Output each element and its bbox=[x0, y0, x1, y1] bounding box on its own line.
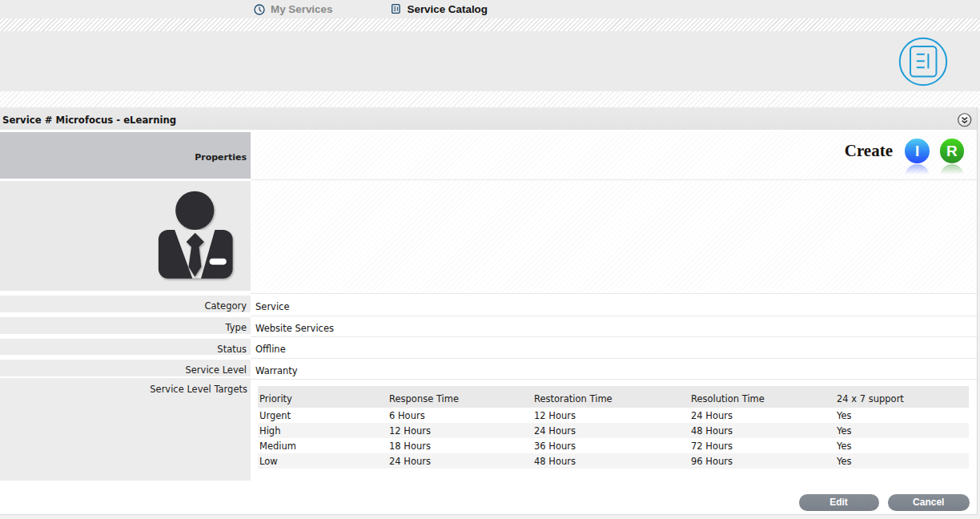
tab-my-services-label: My Services bbox=[271, 3, 332, 15]
clock-icon bbox=[254, 4, 265, 15]
collapse-button[interactable] bbox=[958, 113, 972, 127]
table-cell: 72 Hours bbox=[689, 438, 835, 453]
col-restoration-time: Restoration Time bbox=[532, 386, 689, 408]
field-value-status: Offline bbox=[255, 344, 286, 355]
tab-my-services[interactable]: My Services bbox=[254, 0, 332, 18]
striped-band-top bbox=[0, 18, 980, 31]
col-response-time: Response Time bbox=[388, 386, 532, 408]
avatar-cell bbox=[0, 181, 251, 291]
tab-bar: My Services Service Catalog bbox=[0, 0, 980, 18]
table-cell: 6 Hours bbox=[388, 408, 532, 423]
service-catalog-circle-icon[interactable] bbox=[898, 37, 948, 86]
page-title: Service # Microfocus - eLearning bbox=[2, 115, 176, 126]
striped-band-bottom bbox=[0, 91, 980, 108]
table-cell: 24 Hours bbox=[532, 423, 689, 438]
cancel-button[interactable]: Cancel bbox=[888, 494, 970, 511]
edit-button[interactable]: Edit bbox=[799, 494, 879, 511]
table-cell: 24 Hours bbox=[689, 408, 835, 423]
service-level-targets-table: Priority Response Time Restoration Time … bbox=[258, 386, 969, 469]
table-cell: 96 Hours bbox=[689, 453, 835, 469]
header-band bbox=[0, 31, 980, 91]
field-row bbox=[251, 337, 977, 359]
col-24x7-support: 24 x 7 support bbox=[835, 386, 969, 408]
table-cell: High bbox=[258, 423, 388, 438]
double-chevron-down-icon bbox=[958, 113, 972, 127]
table-cell: 18 Hours bbox=[388, 438, 532, 453]
create-incident-button[interactable]: I bbox=[905, 139, 930, 163]
table-cell: Yes bbox=[835, 423, 969, 438]
tab-service-catalog[interactable]: Service Catalog bbox=[392, 0, 488, 18]
field-value-category: Service bbox=[255, 301, 290, 312]
table-cell: 24 Hours bbox=[388, 453, 532, 469]
table-cell: 48 Hours bbox=[532, 453, 689, 469]
table-cell: Yes bbox=[835, 408, 969, 423]
table-row: Low 24 Hours 48 Hours 96 Hours Yes bbox=[258, 453, 969, 469]
field-value-type: Website Services bbox=[255, 323, 334, 334]
service-detail-panel: Properties Category Type Status Service … bbox=[0, 130, 978, 514]
table-cell: Urgent bbox=[258, 408, 388, 423]
table-cell: 36 Hours bbox=[532, 438, 689, 453]
field-label-service-level-targets: Service Level Targets bbox=[0, 378, 251, 481]
panel-bottom-border bbox=[0, 514, 978, 515]
table-cell: 48 Hours bbox=[689, 423, 835, 438]
field-label-service-level: Service Level bbox=[0, 360, 251, 376]
field-label-type: Type bbox=[0, 317, 251, 334]
field-value-service-level: Warranty bbox=[255, 365, 298, 376]
field-label-category: Category bbox=[0, 296, 251, 313]
table-cell: Yes bbox=[835, 453, 969, 469]
avatar-row-content bbox=[251, 180, 977, 294]
service-avatar-icon bbox=[156, 184, 236, 284]
catalog-icon bbox=[392, 4, 400, 14]
table-cell: 12 Hours bbox=[388, 423, 532, 438]
title-bar: Service # Microfocus - eLearning bbox=[0, 107, 978, 130]
field-row bbox=[251, 316, 977, 337]
table-cell: Medium bbox=[258, 438, 388, 453]
field-row bbox=[251, 295, 977, 317]
table-header-row: Priority Response Time Restoration Time … bbox=[258, 386, 969, 408]
field-label-status: Status bbox=[0, 339, 251, 356]
properties-section-label: Properties bbox=[0, 132, 251, 179]
table-cell: Low bbox=[258, 453, 388, 469]
table-cell: Yes bbox=[835, 438, 969, 453]
table-row: Medium 18 Hours 36 Hours 72 Hours Yes bbox=[258, 438, 969, 453]
table-cell: 12 Hours bbox=[532, 408, 689, 423]
tab-service-catalog-label: Service Catalog bbox=[408, 3, 488, 15]
table-row: High 12 Hours 24 Hours 48 Hours Yes bbox=[258, 423, 969, 438]
col-priority: Priority bbox=[258, 386, 388, 408]
create-request-button[interactable]: R bbox=[940, 139, 965, 163]
create-label: Create bbox=[843, 141, 893, 161]
table-row: Urgent 6 Hours 12 Hours 24 Hours Yes bbox=[258, 408, 969, 423]
col-resolution-time: Resolution Time bbox=[689, 386, 835, 408]
panel-right-border bbox=[977, 107, 978, 514]
field-row bbox=[251, 359, 977, 380]
